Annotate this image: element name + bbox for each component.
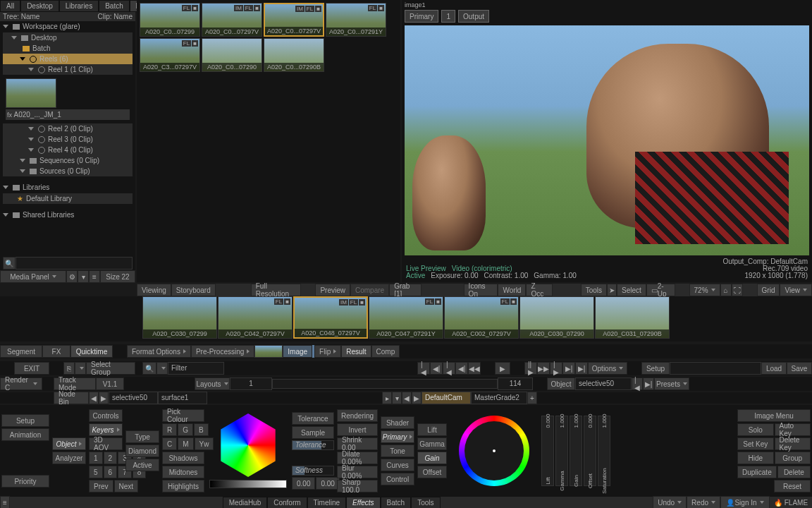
imagemenu-btn[interactable]: Image Menu — [737, 409, 811, 422]
selectgroup-btn[interactable]: Select Group — [86, 362, 135, 375]
compare-btn[interactable]: Compare — [350, 284, 389, 296]
zero-a[interactable]: 0.00 — [292, 477, 315, 490]
transport-pause-icon[interactable]: ||▶ — [524, 362, 537, 375]
select-btn[interactable]: Select — [617, 284, 646, 296]
renderc-dropdown[interactable]: Render C — [0, 377, 42, 390]
shadows-btn[interactable]: Shadows — [162, 452, 204, 464]
viewer-canvas[interactable] — [405, 25, 809, 255]
image-tab[interactable]: Image — [283, 345, 312, 358]
home-icon[interactable]: ⌂ — [720, 284, 732, 296]
solo-btn[interactable]: Solo — [737, 423, 774, 436]
tab-desktop[interactable]: Desktop — [20, 0, 59, 12]
viewer-tab-primary[interactable]: Primary — [405, 10, 438, 23]
tree-workspace[interactable]: Workspace (glare) — [0, 21, 135, 32]
mediahub-tab[interactable]: MediaHub — [223, 497, 268, 509]
transport-prev-clip-icon[interactable]: ◀| — [430, 362, 443, 375]
lift-btn[interactable]: Lift — [417, 423, 447, 436]
story-thumb[interactable]: FL■A020_C047_07291Y — [369, 296, 443, 339]
blur-btn[interactable]: Blur 0.00% — [337, 466, 378, 478]
vslider-saturation[interactable]: 1.000Saturation — [598, 416, 610, 486]
frame-a-input[interactable]: 1 — [230, 377, 272, 390]
controls-btn[interactable]: Controls — [89, 409, 123, 422]
segment-tab[interactable]: Segment — [0, 345, 42, 358]
zoom-dropdown[interactable]: 72% — [689, 284, 720, 296]
exit-btn[interactable]: EXIT — [14, 362, 49, 375]
grid-thumb[interactable]: FL■A020_C3...07297V — [140, 38, 200, 72]
presets-dropdown[interactable]: Presets — [654, 377, 689, 390]
analyzer-btn[interactable]: Analyzer — [52, 452, 86, 464]
tab-libraries[interactable]: Libraries — [59, 0, 99, 12]
gamma-btn[interactable]: Gamma — [417, 437, 447, 450]
grid-thumb-selected[interactable]: IMFL■A020_C0...07297V — [264, 3, 324, 37]
tolerance-btn[interactable]: Tolerance — [292, 412, 334, 425]
story-thumb[interactable]: FL■A020_C002_07297V — [444, 296, 519, 339]
menu-icon[interactable]: ≡ — [0, 496, 10, 508]
aov-btn[interactable]: 3D AOV — [89, 437, 123, 450]
preview-btn[interactable]: Preview — [315, 284, 350, 296]
tree-reel1[interactable]: Reel 1 (1 Clip) — [3, 64, 133, 75]
tree-libraries[interactable]: Libraries — [0, 182, 135, 193]
undo-dropdown[interactable]: Undo — [653, 496, 687, 508]
viewer-tab-1[interactable]: 1 — [441, 10, 455, 23]
next-icon[interactable]: ▶ — [99, 392, 109, 404]
media-panel-dropdown[interactable]: Media Panel — [0, 270, 66, 283]
transport-step-fwd-icon[interactable]: |▶ — [550, 362, 562, 375]
midtones-btn[interactable]: Midtones — [162, 466, 204, 478]
story-thumb[interactable]: A020_C030_07299 — [142, 296, 217, 339]
result-tab[interactable]: Result — [341, 345, 371, 358]
search-input[interactable] — [16, 257, 133, 270]
m-btn[interactable]: M — [178, 437, 193, 450]
fullres-btn[interactable]: Full Resolution — [251, 284, 302, 296]
options-dropdown[interactable]: Options — [588, 362, 627, 375]
format-btn[interactable]: Format Options — [127, 345, 191, 358]
transport-first-icon[interactable]: |◀ — [417, 362, 430, 375]
filter-input[interactable]: Filter — [168, 362, 224, 375]
setup-input[interactable] — [670, 362, 761, 375]
tab-batch[interactable]: Batch — [99, 0, 130, 12]
grid-btn[interactable]: Grid — [757, 284, 780, 296]
highlights-btn[interactable]: Highlights — [162, 480, 204, 492]
expand-icon[interactable]: ⛶ — [732, 284, 743, 296]
tab-all[interactable]: All — [0, 0, 20, 12]
viewer-tab-output[interactable]: Output — [458, 10, 489, 23]
transport-ff-icon[interactable]: ▶▶ — [537, 362, 550, 375]
control-btn[interactable]: Control — [381, 473, 414, 485]
search-icon[interactable]: 🔍 — [142, 362, 156, 375]
tree-reel2[interactable]: Reel 2 (0 Clip) — [3, 123, 133, 134]
surface-field[interactable]: surface1 — [158, 392, 207, 404]
sharp-btn[interactable]: Sharp 100.0 — [337, 480, 378, 492]
next-icon[interactable]: ▶ — [412, 392, 422, 404]
play-icon[interactable]: ▶ — [495, 362, 510, 375]
tree-reel3[interactable]: Reel 3 (0 Clip) — [3, 134, 133, 145]
clip-thumb[interactable] — [6, 78, 56, 108]
zocc-btn[interactable]: Z Occ — [526, 284, 552, 296]
pickcolour-btn[interactable]: Pick Colour — [162, 409, 204, 422]
icons-btn[interactable]: Icons On — [464, 284, 498, 296]
timeline-slider[interactable] — [272, 379, 498, 389]
vslider-offset[interactable]: 0.000Offset — [584, 416, 596, 486]
g-btn[interactable]: G — [178, 423, 193, 436]
add-icon[interactable]: + — [527, 392, 537, 404]
deletekey-btn[interactable]: Delete Key — [775, 437, 811, 450]
grid-thumb[interactable]: FL■A020_C0...07291Y — [326, 3, 386, 37]
story-thumb-selected[interactable]: IMFL■A020_C048_07297V — [293, 296, 368, 339]
animation-btn[interactable]: Animation — [1, 428, 49, 441]
color-hexagon[interactable] — [216, 413, 280, 477]
setkey-btn[interactable]: Set Key — [737, 437, 774, 450]
grid-thumb[interactable]: A020_C0...07290B — [264, 38, 324, 72]
diamond-btn[interactable]: Diamond — [125, 445, 159, 457]
offset-btn[interactable]: Offset — [417, 466, 447, 478]
chevron-icon[interactable] — [75, 362, 86, 375]
icon[interactable]: ▸ — [382, 392, 392, 404]
defaultcam-field[interactable]: DefaultCam — [422, 392, 471, 404]
tree-desktop[interactable]: Desktop — [3, 32, 133, 43]
timeline-tab[interactable]: Timeline — [307, 497, 346, 509]
mini-thumb[interactable] — [254, 345, 283, 358]
prev-icon[interactable]: ◀ — [402, 392, 412, 404]
reset-btn[interactable]: Reset — [774, 480, 811, 492]
tree-sequences[interactable]: Sequences (0 Clip) — [3, 155, 133, 166]
story-thumb[interactable]: A020_C031_07290B — [595, 296, 670, 339]
vslider-gamma[interactable]: 1.000Gamma — [555, 416, 568, 486]
next-icon[interactable]: ▶| — [643, 377, 654, 390]
selective-field[interactable]: selective50 — [109, 392, 158, 404]
